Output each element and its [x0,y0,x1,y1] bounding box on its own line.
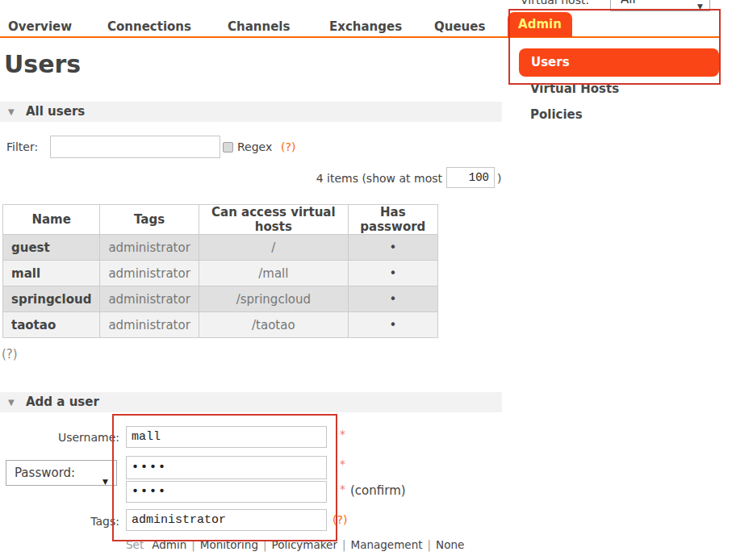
user-vhosts: /taotao [199,312,348,338]
tab-connections[interactable]: Connections [107,19,191,34]
tab-queues[interactable]: Queues [434,19,485,34]
tags-help-link[interactable]: (?) [332,513,347,526]
required-marker: * [340,483,345,495]
page-title: Users [4,50,81,78]
user-vhosts: /mall [199,261,348,286]
user-vhosts: / [199,235,348,261]
tab-admin-active[interactable]: Admin [508,12,572,37]
add-user-section-title: Add a user [26,392,99,412]
confirm-note: (confirm) [350,483,406,498]
col-header-name: Name [3,205,100,235]
all-users-section-header[interactable]: ▼ All users [0,102,502,122]
password-input[interactable] [126,456,327,479]
password-mode-select[interactable]: Password: ▼ [6,460,117,486]
col-header-tags: Tags [100,205,199,235]
chevron-down-icon: ▼ [102,470,108,494]
username-label: Username: [32,431,119,444]
tab-overview[interactable]: Overview [8,19,72,34]
tab-channels[interactable]: Channels [228,19,290,34]
filter-input[interactable] [50,136,220,158]
has-password-dot: • [348,261,437,286]
all-users-section-title: All users [26,102,85,122]
regex-help-link[interactable]: (?) [281,140,295,153]
collapse-triangle-icon: ▼ [8,102,15,122]
separator: | [191,538,195,551]
table-help-link[interactable]: (?) [2,347,18,361]
user-tags: administrator [100,235,199,261]
table-row: springcloud administrator /springcloud • [3,286,438,312]
items-count-text: 4 items (show at most [316,172,442,185]
required-marker: * [340,428,345,441]
add-user-section-header[interactable]: ▼ Add a user [0,392,502,412]
users-table: Name Tags Can access virtual hosts Has p… [2,204,438,338]
sidebar-item-policies[interactable]: Policies [530,107,583,122]
tag-preset-management[interactable]: Management [351,538,423,551]
user-tags: administrator [100,286,199,312]
col-header-vhosts: Can access virtual hosts [199,205,348,235]
has-password-dot: • [348,286,437,312]
user-name-link[interactable]: taotao [3,312,100,338]
tag-preset-policymaker[interactable]: Policymaker [272,538,337,551]
tag-preset-none[interactable]: None [436,538,464,551]
table-header-row: Name Tags Can access virtual hosts Has p… [3,205,438,235]
regex-label: Regex [237,140,272,153]
separator: | [263,538,267,551]
table-row: guest administrator / • [3,235,438,261]
tag-preset-monitoring[interactable]: Monitoring [200,538,258,551]
user-name-link[interactable]: guest [3,235,100,261]
user-name-link[interactable]: mall [3,261,100,286]
regex-checkbox[interactable] [223,142,233,153]
user-name-link[interactable]: springcloud [3,286,100,312]
sidebar-item-users-active[interactable]: Users [519,48,719,77]
password-confirm-input[interactable] [126,481,327,503]
required-marker: * [340,458,345,470]
rabbitmq-admin-users-page: Virtual host: All ▼ Overview Connections… [0,0,736,560]
show-at-most-input[interactable] [446,167,495,188]
user-tags: administrator [100,312,199,338]
set-label: Set [126,538,144,551]
virtual-host-label: Virtual host: [521,0,589,6]
filter-label: Filter: [6,140,38,153]
user-tags: administrator [100,261,199,286]
tab-exchanges[interactable]: Exchanges [329,19,402,34]
has-password-dot: • [348,235,437,261]
col-header-has-password: Has password [348,205,437,235]
virtual-host-selected-value: All [621,0,636,6]
nav-underline [0,36,719,38]
tag-presets-row: SetAdmin|Monitoring|Policymaker|Manageme… [126,538,464,551]
tag-preset-admin[interactable]: Admin [152,538,186,551]
password-mode-selected-value: Password: [15,466,75,480]
table-row: mall administrator /mall • [3,261,438,286]
separator: | [342,538,346,551]
user-vhosts: /springcloud [199,286,348,312]
table-row: taotao administrator /taotao • [3,312,438,338]
separator: | [427,538,431,551]
virtual-host-select[interactable]: All ▼ [610,0,710,11]
has-password-dot: • [348,312,437,338]
items-count-suffix: ) [497,172,501,185]
tags-input[interactable] [126,509,327,531]
sidebar-item-virtual-hosts[interactable]: Virtual Hosts [530,81,619,96]
username-input[interactable] [126,426,327,448]
chevron-down-icon: ▼ [697,0,703,18]
collapse-triangle-icon: ▼ [8,392,15,412]
tags-label: Tags: [32,515,119,528]
